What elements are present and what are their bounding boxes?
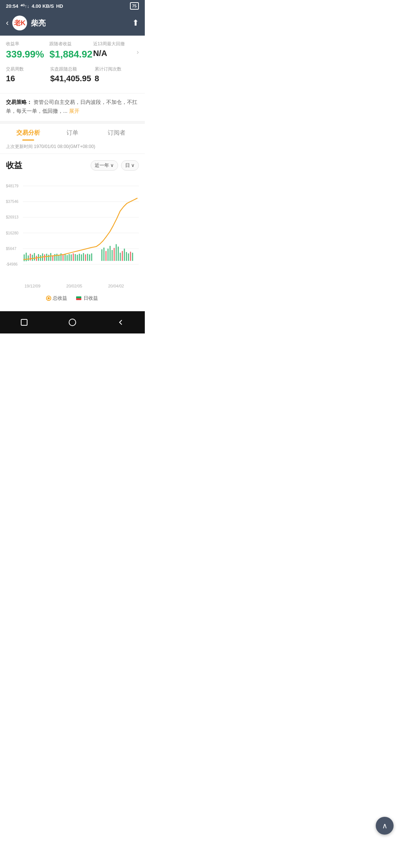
status-right: 75 (130, 2, 139, 10)
svg-rect-57 (124, 249, 125, 261)
svg-rect-49 (108, 249, 109, 261)
svg-rect-46 (101, 249, 102, 261)
chart-header: 收益 近一年 ∨ 日 ∨ (6, 160, 139, 171)
x-label-3: 20/04/02 (108, 284, 124, 288)
svg-rect-33 (66, 255, 68, 261)
subscriptions-label: 累计订阅次数 (95, 66, 139, 72)
svg-rect-35 (71, 254, 72, 260)
time-display: 20:54 (6, 3, 18, 9)
total-follow-label: 实盘跟随总额 (50, 66, 94, 72)
stat-trade-weeks: 交易周数 16 (6, 66, 50, 83)
svg-rect-34 (69, 254, 70, 261)
chevron-down-icon: ∨ (110, 162, 114, 168)
svg-rect-58 (126, 252, 127, 261)
svg-rect-59 (128, 253, 129, 261)
svg-rect-32 (65, 254, 66, 261)
legend-daily-label: 日收益 (84, 295, 98, 302)
svg-rect-54 (118, 246, 119, 261)
stats-section: 收益率 339.99% 跟随者收益 $1,884.92 近13周最大回撤 N/A… (0, 36, 145, 93)
svg-rect-38 (77, 254, 78, 261)
svg-rect-28 (56, 254, 58, 261)
x-label-1: 19/12/09 (25, 284, 40, 288)
nav-square-button[interactable] (19, 317, 29, 328)
follower-profit-value: $1,884.92 (49, 49, 93, 60)
svg-rect-48 (105, 251, 107, 261)
stat-subscriptions: 累计订阅次数 8 (95, 66, 139, 83)
svg-rect-20 (40, 255, 41, 261)
chart-title: 收益 (6, 160, 22, 171)
network-indicator: ⁴ᴳ↑↓ (20, 3, 29, 9)
svg-rect-36 (73, 253, 74, 261)
avatar: 老K (12, 16, 27, 30)
svg-point-63 (69, 319, 76, 326)
chart-legend: 总收益 日收益 (6, 292, 139, 308)
stat-max-drawdown: 近13周最大回撤 N/A (93, 41, 137, 58)
tab-subscribers[interactable]: 订阅者 (95, 124, 139, 141)
x-axis-labels: 19/12/09 20/02/05 20/04/02 (6, 284, 139, 288)
svg-rect-29 (58, 254, 59, 261)
svg-rect-42 (85, 254, 86, 260)
svg-rect-41 (83, 253, 84, 261)
stats-row-2: 交易周数 16 实盘跟随总额 $41,405.95 累计订阅次数 8 (6, 66, 139, 83)
svg-rect-40 (81, 254, 82, 260)
svg-text:-$4986: -$4986 (6, 262, 18, 266)
legend-daily: 日收益 (76, 295, 98, 302)
interval-selector[interactable]: 日 ∨ (121, 160, 139, 171)
svg-rect-15 (30, 254, 31, 260)
share-button[interactable]: ⬆ (132, 18, 139, 28)
strategy-section: 交易策略： 资管公司自主交易，日内波段，不加仓，不扛单，每天一单，低回撤，...… (0, 93, 145, 124)
svg-rect-39 (79, 254, 80, 261)
strategy-key-label: 交易策略： (6, 99, 32, 105)
header-left: ‹ 老K 柴亮 (6, 16, 46, 30)
quality-badge: HD (56, 3, 63, 9)
svg-rect-52 (114, 248, 115, 261)
follower-profit-label: 跟随者收益 (49, 41, 93, 47)
legend-daily-icon (76, 296, 81, 300)
svg-rect-18 (36, 256, 37, 261)
svg-text:$37546: $37546 (6, 200, 19, 204)
chart-svg: $48179 $37546 $26913 $16280 $5647 -$4986 (6, 177, 139, 281)
svg-rect-62 (21, 319, 27, 325)
period-selector[interactable]: 近一年 ∨ (91, 160, 118, 171)
user-name: 柴亮 (31, 18, 46, 28)
chart-controls: 近一年 ∨ 日 ∨ (91, 160, 139, 171)
x-label-2: 20/02/05 (66, 284, 82, 288)
svg-rect-50 (110, 246, 111, 260)
chart-area: $48179 $37546 $26913 $16280 $5647 -$4986 (6, 177, 139, 281)
chart-section: 收益 近一年 ∨ 日 ∨ $48179 $37546 $26913 $16280… (0, 154, 145, 311)
legend-total-icon (47, 296, 50, 300)
status-bar: 20:54 ⁴ᴳ↑↓ 4.00 KB/S HD 75 (0, 0, 145, 12)
avatar-text: 老K (14, 19, 26, 27)
legend-total: 总收益 (47, 295, 67, 302)
subscriptions-value: 8 (95, 74, 139, 83)
tabs-section: 交易分析 订单 订阅者 上次更新时间 1970/01/01 08:00(GMT+… (0, 124, 145, 154)
svg-rect-27 (54, 254, 55, 261)
nav-back-button[interactable] (115, 317, 126, 328)
svg-rect-17 (34, 253, 35, 260)
svg-rect-24 (48, 254, 49, 261)
svg-rect-22 (44, 254, 45, 260)
stat-total-follow: 实盘跟随总额 $41,405.95 (50, 66, 94, 83)
svg-rect-55 (120, 253, 121, 261)
stat-follower-profit: 跟随者收益 $1,884.92 (49, 41, 93, 60)
svg-rect-47 (104, 247, 105, 261)
svg-rect-13 (26, 253, 27, 261)
return-rate-label: 收益率 (6, 41, 49, 47)
back-button[interactable]: ‹ (6, 18, 9, 28)
speed-display: 4.00 KB/S (32, 3, 54, 9)
stats-arrow[interactable]: › (137, 41, 139, 56)
svg-rect-14 (28, 255, 29, 261)
legend-total-label: 总收益 (53, 295, 67, 302)
battery-indicator: 75 (130, 2, 139, 10)
svg-rect-61 (132, 253, 133, 261)
nav-home-button[interactable] (67, 317, 78, 328)
svg-rect-37 (75, 254, 76, 261)
stats-row-1: 收益率 339.99% 跟随者收益 $1,884.92 近13周最大回撤 N/A… (6, 41, 139, 60)
strategy-expand-button[interactable]: 展开 (69, 108, 79, 114)
tab-analysis[interactable]: 交易分析 (6, 124, 50, 141)
svg-rect-51 (112, 250, 113, 261)
svg-rect-43 (87, 254, 88, 261)
tab-orders[interactable]: 订单 (50, 124, 94, 141)
svg-text:$16280: $16280 (6, 231, 19, 235)
status-left: 20:54 ⁴ᴳ↑↓ 4.00 KB/S HD (6, 3, 63, 9)
